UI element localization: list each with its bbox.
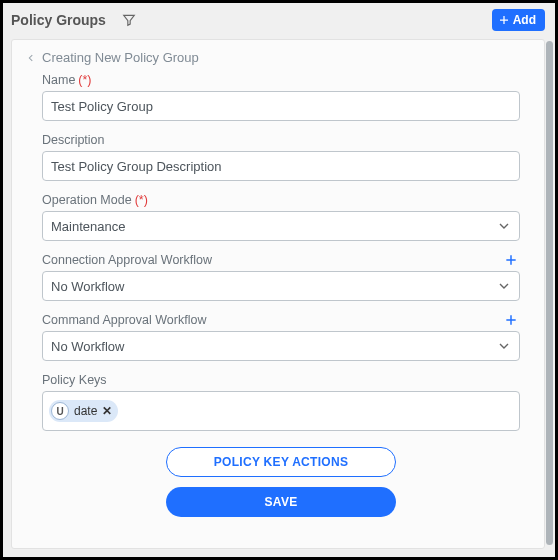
chip-text: date [74,404,97,418]
name-label: Name [42,73,75,87]
policy-keys-label: Policy Keys [42,373,107,387]
plus-icon [498,14,510,26]
description-input[interactable] [42,151,520,181]
save-button[interactable]: SAVE [166,487,396,517]
breadcrumb-title: Creating New Policy Group [42,50,199,65]
connection-workflow-label: Connection Approval Workflow [42,253,212,267]
breadcrumb[interactable]: Creating New Policy Group [26,50,526,65]
plus-icon [504,313,518,327]
add-connection-workflow-button[interactable] [502,253,520,267]
form-panel: Creating New Policy Group Name (*) Descr… [11,39,545,549]
policy-keys-input[interactable]: U date ✕ [42,391,520,431]
chevron-left-icon [26,51,36,65]
connection-workflow-select[interactable]: No Workflow [42,271,520,301]
add-button[interactable]: Add [492,9,545,31]
command-workflow-select[interactable]: No Workflow [42,331,520,361]
policy-key-actions-button[interactable]: POLICY KEY ACTIONS [166,447,396,477]
command-workflow-label: Command Approval Workflow [42,313,206,327]
scrollbar[interactable] [546,41,553,545]
name-input[interactable] [42,91,520,121]
filter-icon[interactable] [122,13,136,27]
add-command-workflow-button[interactable] [502,313,520,327]
add-button-label: Add [513,13,536,27]
description-label: Description [42,133,105,147]
operation-mode-label: Operation Mode [42,193,132,207]
policy-key-chip[interactable]: U date ✕ [49,400,118,422]
operation-mode-select[interactable]: Maintenance [42,211,520,241]
remove-chip-icon[interactable]: ✕ [102,405,112,417]
page-title: Policy Groups [11,12,106,28]
chip-badge: U [51,402,69,420]
plus-icon [504,253,518,267]
required-mark: (*) [78,73,91,87]
required-mark: (*) [135,193,148,207]
